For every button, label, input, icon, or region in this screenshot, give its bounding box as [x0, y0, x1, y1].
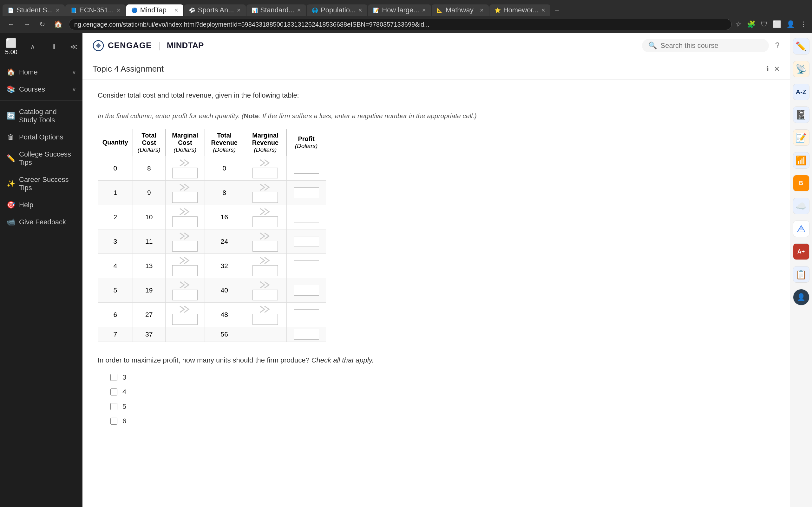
right-icon-notebook[interactable]: 📓: [793, 107, 809, 123]
tab-close-student[interactable]: ✕: [53, 7, 60, 13]
mc-input[interactable]: [172, 241, 198, 251]
home-button[interactable]: 🏠: [51, 19, 65, 30]
extensions-icon[interactable]: 🧩: [747, 20, 756, 29]
back-button[interactable]: ←: [5, 19, 17, 30]
cell-profit[interactable]: [287, 180, 326, 205]
sidebar-collapse-button[interactable]: ≪: [70, 43, 78, 51]
profit-input[interactable]: [294, 187, 319, 198]
profit-input[interactable]: [294, 163, 319, 174]
cell-profit[interactable]: [287, 205, 326, 229]
checkbox-6[interactable]: [110, 418, 117, 425]
right-icon-pencil[interactable]: ✏️: [793, 38, 809, 55]
menu-icon[interactable]: ⋮: [800, 20, 807, 29]
cell-marginal-revenue[interactable]: [244, 156, 287, 180]
cell-marginal-cost[interactable]: [165, 205, 205, 229]
cell-profit[interactable]: [287, 253, 326, 278]
checkbox-item-4[interactable]: 4: [110, 388, 774, 396]
tab-homework[interactable]: ⭐ Homewor... ✕: [490, 4, 550, 16]
sidebar-chevron-up[interactable]: ∧: [28, 42, 38, 52]
profit-input[interactable]: [294, 236, 319, 247]
right-icon-profile[interactable]: 👤: [793, 289, 809, 305]
right-icon-bongo[interactable]: B: [793, 175, 809, 191]
tab-howlarge[interactable]: 📝 How large... ✕: [368, 4, 431, 16]
sidebar-item-catalog[interactable]: 🔄 Catalog and Study Tools: [0, 103, 83, 129]
profit-input[interactable]: [294, 309, 319, 320]
tab-sports[interactable]: ⚽ Sports An... ✕: [184, 4, 246, 16]
tab-standard[interactable]: 📊 Standard... ✕: [247, 4, 306, 16]
mr-input[interactable]: [252, 314, 278, 325]
profit-input[interactable]: [294, 285, 319, 296]
profit-input[interactable]: [294, 212, 319, 222]
shield-icon[interactable]: 🛡: [761, 20, 768, 29]
right-icon-annotation[interactable]: 📝: [793, 129, 809, 146]
profit-input[interactable]: [294, 261, 319, 271]
sidebar-item-career[interactable]: ✨ Career Success Tips: [0, 171, 83, 196]
right-icon-cloud[interactable]: ☁️: [793, 198, 809, 214]
tab-close-ecn[interactable]: ✕: [114, 7, 120, 13]
address-input[interactable]: [69, 19, 732, 30]
mr-input[interactable]: [252, 290, 278, 300]
checkbox-item-6[interactable]: 6: [110, 417, 774, 425]
sidebar-pause[interactable]: ⏸: [48, 42, 60, 52]
checkbox-item-3[interactable]: 3: [110, 373, 774, 382]
right-icon-signal[interactable]: 📶: [793, 152, 809, 169]
cell-marginal-revenue[interactable]: [244, 278, 287, 302]
mr-input[interactable]: [252, 168, 278, 178]
cell-marginal-revenue[interactable]: [244, 229, 287, 253]
new-tab-button[interactable]: +: [551, 4, 563, 16]
profile-browser-icon[interactable]: 👤: [786, 20, 795, 29]
cell-marginal-cost[interactable]: [165, 156, 205, 180]
sidebar-item-home[interactable]: 🏠 Home ∨: [0, 64, 83, 81]
cell-profit[interactable]: [287, 278, 326, 302]
cell-marginal-revenue[interactable]: [244, 180, 287, 205]
forward-button[interactable]: →: [21, 19, 33, 30]
cell-profit[interactable]: [287, 229, 326, 253]
sidebar-item-help[interactable]: 🎯 Help: [0, 196, 83, 214]
header-search[interactable]: 🔍: [642, 39, 769, 52]
sidebar-item-portal[interactable]: 🗑 Portal Options: [0, 129, 83, 146]
mc-input[interactable]: [172, 192, 198, 203]
tab-close-standard[interactable]: ✕: [294, 7, 301, 13]
cell-marginal-cost[interactable]: [165, 302, 205, 327]
tab-student[interactable]: 📄 Student S... ✕: [3, 4, 65, 16]
topic-info-button[interactable]: ℹ: [766, 65, 769, 73]
mc-input[interactable]: [172, 290, 198, 300]
mc-input[interactable]: [172, 168, 198, 178]
tab-mindtap[interactable]: 🔵 MindTap ✕: [126, 4, 183, 16]
sidebar-item-feedback[interactable]: 📹 Give Feedback: [0, 214, 83, 231]
cell-profit[interactable]: [287, 327, 326, 342]
profit-input[interactable]: [294, 329, 319, 340]
tab-close-mathway[interactable]: ✕: [477, 7, 484, 13]
mr-input[interactable]: [252, 192, 278, 203]
right-icon-rss[interactable]: 📡: [793, 61, 809, 77]
reload-button[interactable]: ↻: [37, 19, 48, 30]
sidebar-item-college[interactable]: ✏️ College Success Tips: [0, 146, 83, 171]
bookmark-icon[interactable]: ☆: [735, 20, 742, 29]
right-icon-aplus[interactable]: A+: [793, 243, 809, 260]
mr-input[interactable]: [252, 216, 278, 227]
cell-marginal-revenue[interactable]: [244, 205, 287, 229]
cell-marginal-revenue[interactable]: [244, 253, 287, 278]
tab-ecn[interactable]: 📘 ECN-351... ✕: [65, 4, 125, 16]
sidebar-item-courses[interactable]: 📚 Courses ∨: [0, 81, 83, 98]
search-input[interactable]: [661, 42, 763, 50]
help-circle-icon[interactable]: ?: [775, 41, 780, 50]
mc-input[interactable]: [172, 265, 198, 276]
mc-input[interactable]: [172, 216, 198, 227]
checkbox-3[interactable]: [110, 374, 117, 381]
tab-mathway[interactable]: 📐 Mathway ✕: [432, 4, 489, 16]
splitview-icon[interactable]: ⬜: [773, 20, 781, 29]
checkbox-item-5[interactable]: 5: [110, 402, 774, 411]
cell-marginal-cost[interactable]: [165, 229, 205, 253]
mr-input[interactable]: [252, 265, 278, 276]
cell-marginal-cost[interactable]: [165, 278, 205, 302]
cell-marginal-cost[interactable]: [165, 253, 205, 278]
checkbox-4[interactable]: [110, 389, 117, 395]
right-icon-dictionary[interactable]: A-Z: [793, 83, 809, 100]
cell-profit[interactable]: [287, 156, 326, 180]
topic-close-button[interactable]: ✕: [774, 65, 780, 73]
tab-close-homework[interactable]: ✕: [539, 7, 545, 13]
cell-marginal-revenue[interactable]: [244, 302, 287, 327]
tab-close-howlarge[interactable]: ✕: [419, 7, 426, 13]
right-icon-notes[interactable]: 📋: [793, 266, 809, 283]
